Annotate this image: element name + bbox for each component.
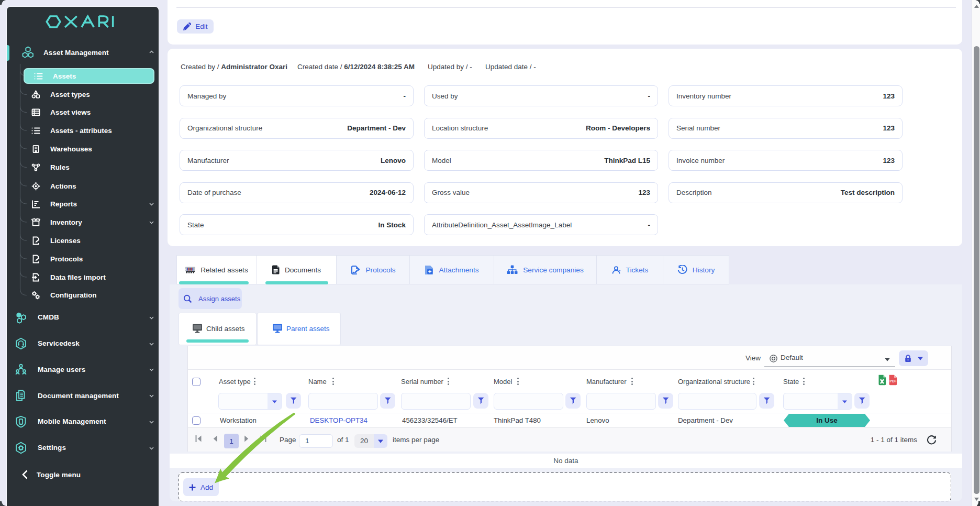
svg-text:PDF: PDF	[890, 379, 897, 383]
